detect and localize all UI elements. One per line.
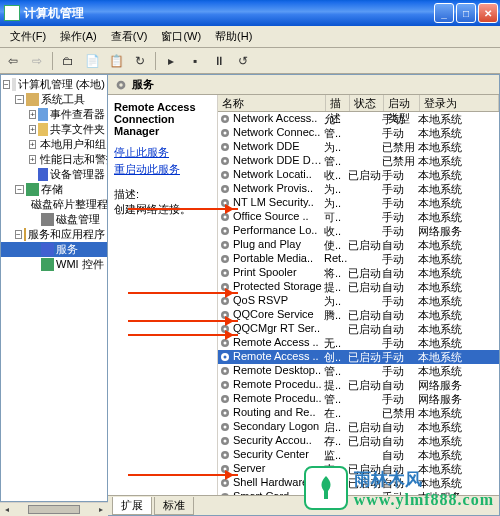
service-row[interactable]: Office Source ..可..手动本地系统 xyxy=(218,210,499,224)
service-row[interactable]: Network Locati..收..已启动手动本地系统 xyxy=(218,168,499,182)
service-row[interactable]: Network Provis..为..手动本地系统 xyxy=(218,182,499,196)
gear-icon xyxy=(218,168,232,182)
tree-node[interactable]: WMI 控件 xyxy=(1,257,107,272)
back-button[interactable]: ⇦ xyxy=(4,52,22,70)
export-button[interactable]: 📋 xyxy=(107,52,125,70)
up-button[interactable]: 🗀 xyxy=(59,52,77,70)
tree-hscrollbar[interactable]: ◂▸ xyxy=(0,502,108,516)
cell-name: Security Center xyxy=(232,448,324,462)
cell-desc: 管.. xyxy=(324,126,348,140)
node-label: 共享文件夹 xyxy=(50,122,105,137)
svg-point-25 xyxy=(224,272,227,275)
service-row[interactable]: NT LM Security..为..手动本地系统 xyxy=(218,196,499,210)
service-row[interactable]: Secondary Logon启..已启动自动本地系统 xyxy=(218,420,499,434)
cell-startup: 手动 xyxy=(382,252,418,266)
cell-name: Remote Desktop.. xyxy=(232,364,324,378)
nav-tree[interactable]: −计算机管理 (本地)−系统工具+事件查看器+共享文件夹+本地用户和组+性能日志… xyxy=(0,74,108,502)
col-name[interactable]: 名称 xyxy=(218,95,326,111)
tree-node[interactable]: −计算机管理 (本地) xyxy=(1,77,107,92)
expander-icon[interactable]: − xyxy=(3,80,10,89)
expander-icon[interactable]: − xyxy=(15,185,24,194)
tree-node[interactable]: 设备管理器 xyxy=(1,167,107,182)
service-row[interactable]: Remote Procedu..管..手动网络服务 xyxy=(218,392,499,406)
node-icon xyxy=(38,168,48,181)
service-row[interactable]: Security Accou..存..已启动自动本地系统 xyxy=(218,434,499,448)
list-header[interactable]: 名称 描述 状态 启动类型 登录为 xyxy=(218,95,499,112)
cell-status: 已启动 xyxy=(348,266,382,280)
service-row[interactable]: Performance Lo..收..手动网络服务 xyxy=(218,224,499,238)
help-button[interactable]: ▸ xyxy=(162,52,180,70)
maximize-button[interactable]: □ xyxy=(456,3,476,23)
selected-service-name: Remote Access Connection Manager xyxy=(114,101,211,137)
tree-node[interactable]: 服务 xyxy=(1,242,107,257)
gear-icon xyxy=(218,182,232,196)
forward-button[interactable]: ⇨ xyxy=(28,52,46,70)
tree-node[interactable]: +共享文件夹 xyxy=(1,122,107,137)
expander-icon[interactable]: + xyxy=(29,140,36,149)
service-row[interactable]: QoS RSVP为..手动本地系统 xyxy=(218,294,499,308)
col-startup[interactable]: 启动类型 xyxy=(384,95,420,111)
tree-node[interactable]: −服务和应用程序 xyxy=(1,227,107,242)
properties-button[interactable]: 📄 xyxy=(83,52,101,70)
menu-file[interactable]: 文件(F) xyxy=(4,27,52,46)
stop-service-link[interactable]: 停止此服务 xyxy=(114,145,211,160)
menu-action[interactable]: 操作(A) xyxy=(54,27,103,46)
expander-icon[interactable]: − xyxy=(15,230,22,239)
service-row[interactable]: Remote Access ..无..手动本地系统 xyxy=(218,336,499,350)
service-row[interactable]: Portable Media..Ret..手动本地系统 xyxy=(218,252,499,266)
tree-node[interactable]: +事件查看器 xyxy=(1,107,107,122)
expander-icon[interactable]: − xyxy=(15,95,24,104)
service-row[interactable]: Network Connec..管..手动本地系统 xyxy=(218,126,499,140)
service-row[interactable]: Remote Procedu..提..已启动自动网络服务 xyxy=(218,378,499,392)
service-row[interactable]: Print Spooler将..已启动自动本地系统 xyxy=(218,266,499,280)
cell-startup: 自动 xyxy=(382,238,418,252)
service-row[interactable]: QQCMgr RT Ser..已启动自动本地系统 xyxy=(218,322,499,336)
title-bar: 计算机管理 _ □ ✕ xyxy=(0,0,500,26)
tree-node[interactable]: −系统工具 xyxy=(1,92,107,107)
pause-button[interactable]: ⏸ xyxy=(210,52,228,70)
menu-view[interactable]: 查看(V) xyxy=(105,27,154,46)
service-row[interactable]: Routing and Re..在..已禁用本地系统 xyxy=(218,406,499,420)
tree-node[interactable]: 磁盘管理 xyxy=(1,212,107,227)
menu-window[interactable]: 窗口(W) xyxy=(155,27,207,46)
restart-service-link[interactable]: 重启动此服务 xyxy=(114,162,211,177)
cell-name: Portable Media.. xyxy=(232,252,324,266)
tab-extended[interactable]: 扩展 xyxy=(112,497,152,515)
stop-button[interactable]: ▪ xyxy=(186,52,204,70)
node-icon xyxy=(38,108,48,121)
col-login[interactable]: 登录为 xyxy=(420,95,499,111)
cell-desc: 管.. xyxy=(324,364,348,378)
col-desc[interactable]: 描述 xyxy=(326,95,350,111)
service-row[interactable]: Remote Desktop..管..手动本地系统 xyxy=(218,364,499,378)
service-row[interactable]: Network Access..允..手动本地系统 xyxy=(218,112,499,126)
cell-login: 本地系统 xyxy=(418,154,472,168)
tree-node[interactable]: +本地用户和组 xyxy=(1,137,107,152)
tree-node[interactable]: 磁盘碎片整理程序 xyxy=(1,197,107,212)
service-row[interactable]: Security Center监..自动本地系统 xyxy=(218,448,499,462)
service-row[interactable]: Remote Access ..创..已启动手动本地系统 xyxy=(218,350,499,364)
cell-status xyxy=(348,364,382,378)
svg-point-33 xyxy=(224,328,227,331)
service-row[interactable]: Shell Hardware..为..已启动自动本地系统 xyxy=(218,476,499,490)
cell-name: Remote Access .. xyxy=(232,350,324,364)
service-row[interactable]: Plug and Play使..已启动自动本地系统 xyxy=(218,238,499,252)
refresh-button[interactable]: ↻ xyxy=(131,52,149,70)
expander-icon[interactable]: + xyxy=(29,110,36,119)
minimize-button[interactable]: _ xyxy=(434,3,454,23)
tree-node[interactable]: +性能日志和警报 xyxy=(1,152,107,167)
tree-node[interactable]: −存储 xyxy=(1,182,107,197)
service-row[interactable]: Protected Storage提..已启动自动本地系统 xyxy=(218,280,499,294)
cell-startup: 手动 xyxy=(382,350,418,364)
expander-icon[interactable]: + xyxy=(29,155,36,164)
restart-button[interactable]: ↺ xyxy=(234,52,252,70)
service-row[interactable]: Network DDE为..已禁用本地系统 xyxy=(218,140,499,154)
expander-icon[interactable]: + xyxy=(29,125,36,134)
service-row[interactable]: Server支..已启动自动本地系统 xyxy=(218,462,499,476)
service-row[interactable]: Network DDE DSDM管..已禁用本地系统 xyxy=(218,154,499,168)
service-row[interactable]: QQCore Service腾..已启动自动本地系统 xyxy=(218,308,499,322)
col-status[interactable]: 状态 xyxy=(350,95,384,111)
menu-help[interactable]: 帮助(H) xyxy=(209,27,258,46)
tab-standard[interactable]: 标准 xyxy=(154,497,194,515)
view-tabs: 扩展 标准 xyxy=(108,495,499,515)
close-button[interactable]: ✕ xyxy=(478,3,498,23)
